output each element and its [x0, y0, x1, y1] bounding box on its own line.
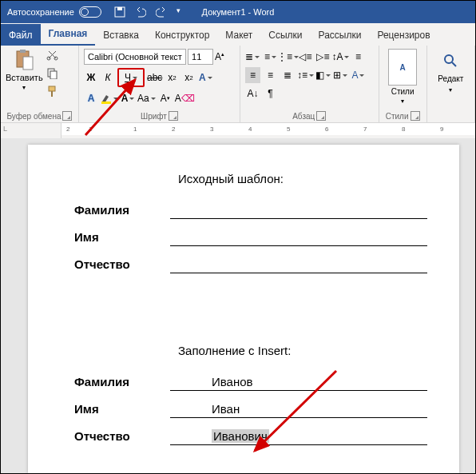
tab-file[interactable]: Файл: [1, 24, 41, 46]
ruler: L 21 123 456 789: [1, 123, 475, 139]
shrink-font-icon[interactable]: A▾: [158, 90, 173, 106]
format-painter-icon[interactable]: [46, 86, 58, 101]
bold-button[interactable]: Ж: [84, 70, 98, 86]
value-surname: Иванов: [170, 375, 427, 391]
paragraph-label: Абзац: [292, 112, 315, 121]
value-name: Иван: [170, 402, 427, 418]
svg-rect-8: [50, 71, 57, 79]
undo-icon[interactable]: [135, 6, 146, 18]
font-color-button[interactable]: A: [121, 90, 135, 106]
align-center-icon[interactable]: ≡: [245, 67, 260, 83]
label-patronymic2: Отчество: [74, 429, 170, 445]
autosave-toggle[interactable]: Автосохранение: [1, 6, 108, 18]
tab-insert[interactable]: Вставка: [95, 24, 147, 46]
paragraph-launcher[interactable]: [316, 111, 326, 121]
group-font: Calibri (Основной текст 11 A▴ Ж К Ч abc …: [79, 46, 240, 122]
group-clipboard: Вставить ▾ Буфер обмена: [1, 46, 79, 122]
find-icon[interactable]: [443, 54, 458, 71]
ribbon: Вставить ▾ Буфер обмена Calibri (Основно…: [1, 46, 475, 123]
cut-icon[interactable]: [46, 49, 58, 64]
horizontal-ruler[interactable]: 21 123 456 789: [61, 123, 475, 139]
autosave-label: Автосохранение: [7, 7, 74, 17]
tab-references[interactable]: Ссылки: [260, 24, 310, 46]
clipboard-launcher[interactable]: [62, 111, 72, 121]
styles-gallery[interactable]: A: [388, 49, 417, 86]
line-spacing-icon[interactable]: ↕≡: [298, 67, 313, 83]
numbering-icon[interactable]: ≡: [263, 49, 278, 65]
section2-title: Заполнение с Insert:: [178, 344, 427, 357]
increase-indent-icon[interactable]: ▷≡: [315, 49, 331, 65]
show-marks-icon[interactable]: ¶: [263, 86, 278, 102]
subscript-button[interactable]: x2: [165, 70, 179, 86]
tab-layout[interactable]: Макет: [217, 24, 260, 46]
strike-button[interactable]: abc: [147, 70, 162, 86]
tab-home[interactable]: Главная: [41, 22, 96, 46]
align-left-icon[interactable]: ≡: [351, 49, 366, 65]
svg-rect-11: [101, 102, 111, 104]
line-name1: [170, 230, 427, 246]
group-editing: Редакт ▾: [427, 46, 475, 122]
highlight-button[interactable]: [101, 90, 118, 106]
line-surname1: [170, 203, 427, 219]
decrease-indent-icon[interactable]: ◁≡: [298, 49, 313, 65]
line-patronymic1: [170, 257, 427, 273]
text-effects2-button[interactable]: A: [84, 90, 98, 106]
font-size-combo[interactable]: 11: [188, 49, 213, 65]
font-launcher[interactable]: [169, 111, 178, 121]
bullets-icon[interactable]: ≣: [245, 49, 260, 65]
svg-rect-1: [117, 7, 122, 10]
font-label: Шрифт: [141, 112, 167, 121]
paste-button[interactable]: Вставить ▾: [6, 49, 43, 101]
paste-label: Вставить: [6, 73, 43, 82]
text-effects-button[interactable]: A: [198, 70, 212, 86]
grow-font-icon[interactable]: A▴: [215, 51, 224, 62]
editing-group-label: [432, 121, 470, 121]
group-styles: A Стили ▾ Стили: [379, 46, 427, 122]
selected-text[interactable]: Иванович: [212, 429, 269, 443]
page[interactable]: Исходный шаблон: Фамилия Имя Отчество За…: [28, 145, 459, 473]
tab-design[interactable]: Конструктор: [147, 24, 217, 46]
save-icon[interactable]: [114, 6, 125, 18]
italic-button[interactable]: К: [101, 70, 115, 86]
svg-rect-9: [49, 86, 55, 91]
shading-icon[interactable]: ◧: [315, 67, 331, 83]
multilevel-icon[interactable]: ⋮≡: [280, 49, 296, 65]
asian-layout-icon[interactable]: A: [351, 67, 366, 83]
svg-rect-4: [23, 57, 33, 70]
paste-icon: [13, 49, 35, 71]
align-right-icon[interactable]: ≡: [263, 67, 278, 83]
tab-review[interactable]: Рецензиров: [369, 24, 438, 46]
redo-icon[interactable]: [156, 6, 167, 18]
section1-title: Исходный шаблон:: [178, 172, 427, 185]
ribbon-tabs: Файл Главная Вставка Конструктор Макет С…: [1, 23, 475, 46]
underline-button[interactable]: Ч: [117, 68, 145, 87]
window-title: Документ1 - Word: [202, 1, 275, 23]
svg-rect-3: [20, 50, 26, 53]
superscript-button[interactable]: x2: [181, 70, 196, 86]
qat-more-icon[interactable]: ▾: [177, 6, 180, 18]
vertical-ruler[interactable]: [1, 138, 23, 473]
quick-access-toolbar: ▾: [108, 6, 187, 18]
svg-point-12: [445, 55, 453, 63]
styles-launcher[interactable]: [411, 111, 420, 121]
borders-icon[interactable]: ⊞: [333, 67, 348, 83]
document-area: Исходный шаблон: Фамилия Имя Отчество За…: [1, 138, 475, 473]
sort-icon[interactable]: ↕A: [333, 49, 348, 65]
label-patronymic1: Отчество: [74, 257, 170, 273]
ruler-corner: L: [1, 123, 61, 139]
justify-icon[interactable]: ≣: [280, 67, 296, 83]
sort2-icon[interactable]: A↓: [245, 86, 260, 102]
copy-icon[interactable]: [46, 67, 58, 82]
font-name-combo[interactable]: Calibri (Основной текст: [84, 49, 186, 65]
clear-format-button[interactable]: A⌫: [175, 90, 195, 106]
editing-label2: Редакт: [438, 74, 463, 83]
label-surname2: Фамилия: [74, 375, 170, 391]
label-surname1: Фамилия: [74, 203, 170, 219]
styles-button[interactable]: Стили: [391, 87, 415, 96]
change-case-button[interactable]: Aa: [137, 90, 156, 106]
clipboard-label: Буфер обмена: [7, 112, 61, 121]
value-patronymic: Иванович: [170, 429, 427, 445]
toggle-off-icon[interactable]: [79, 6, 101, 18]
tab-mailings[interactable]: Рассылки: [311, 24, 370, 46]
title-bar: Автосохранение ▾ Документ1 - Word: [1, 1, 475, 23]
